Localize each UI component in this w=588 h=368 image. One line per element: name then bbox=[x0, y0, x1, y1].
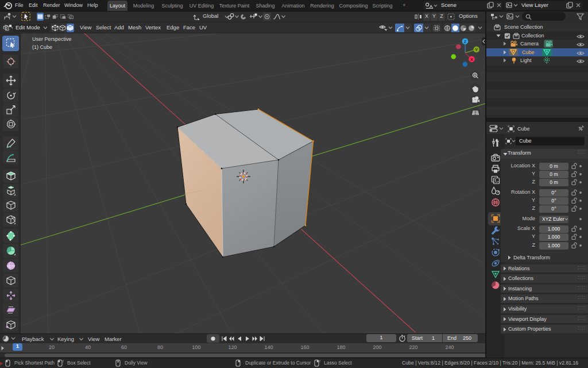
svg-text:Z: Z bbox=[464, 39, 467, 44]
svg-text:Y: Y bbox=[475, 47, 478, 52]
svg-text:X: X bbox=[470, 57, 474, 62]
